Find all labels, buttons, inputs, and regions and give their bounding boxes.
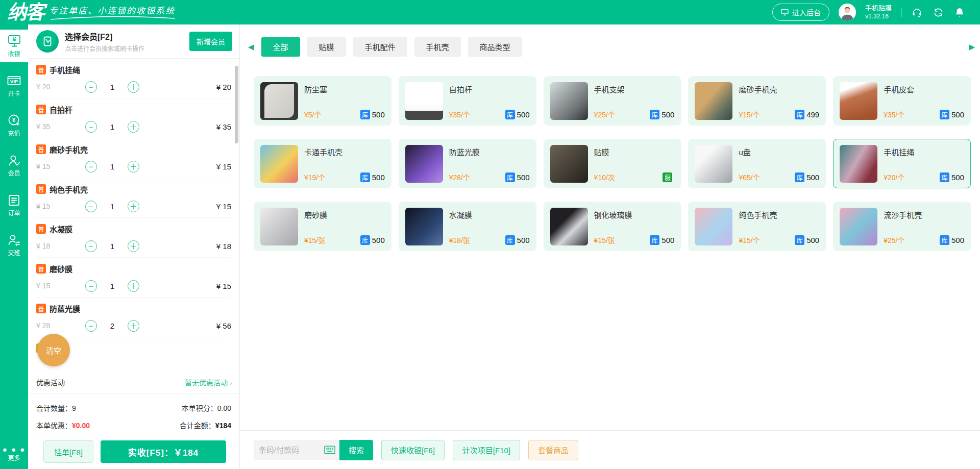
keyboard-icon[interactable] xyxy=(324,446,335,454)
sync-icon[interactable] xyxy=(932,6,944,18)
product-price: ¥15/个 xyxy=(739,235,760,245)
product-card[interactable]: 手机皮套 ¥35/个 库 500 xyxy=(833,76,971,126)
product-price: ¥18/张 xyxy=(449,235,470,245)
cart-item[interactable]: 普 自拍杆 ¥ 35 − 1 ＋ ¥ 35 xyxy=(36,98,231,138)
category-tab[interactable]: 手机配件 xyxy=(353,37,407,57)
item-name: 水凝膜 xyxy=(50,224,72,234)
item-quantity: 1 xyxy=(102,122,122,131)
sidebar-item-label: 开卡 xyxy=(8,89,20,97)
product-image xyxy=(840,82,877,120)
item-total-price: ¥ 15 xyxy=(216,162,231,171)
product-card[interactable]: 水凝膜 ¥18/张 库 500 xyxy=(399,202,536,251)
cart-item[interactable]: 普 磨砂膜 ¥ 15 − 1 ＋ ¥ 15 xyxy=(36,258,231,298)
product-card[interactable]: 纯色手机壳 ¥15/个 库 500 xyxy=(688,202,826,251)
combo-products-button[interactable]: 套餐商品 xyxy=(528,440,578,460)
order-summary: 合计数量：9 本单积分：0.00 本单优惠：¥0.00 合计金额：¥184 xyxy=(28,393,239,434)
cart-item[interactable]: 普 手机挂绳 ¥ 20 − 1 ＋ ¥ 20 xyxy=(36,59,231,98)
checkout-button[interactable]: 实收[F5]：￥184 xyxy=(101,440,226,463)
decrease-quantity-button[interactable]: − xyxy=(85,121,97,133)
sidebar-item-members[interactable]: 会员 xyxy=(0,149,28,182)
product-card[interactable]: 磨砂手机壳 ¥15/个 库 499 xyxy=(688,76,826,126)
clear-cart-button[interactable]: 清空 xyxy=(37,334,70,366)
decrease-quantity-button[interactable]: − xyxy=(85,81,97,93)
stock-count: 500 xyxy=(372,173,385,182)
cart-item[interactable]: 普 磨砂手机壳 ¥ 15 − 1 ＋ ¥ 15 xyxy=(36,138,231,178)
increase-quantity-button[interactable]: ＋ xyxy=(128,320,139,332)
barcode-input[interactable] xyxy=(259,446,324,454)
product-card[interactable]: 防尘塞 ¥5/个 库 500 xyxy=(254,76,391,126)
product-image xyxy=(695,82,732,120)
sidebar-item-recharge[interactable]: ¥ 充值 xyxy=(0,109,28,142)
add-member-button[interactable]: 新增会员 xyxy=(189,32,232,51)
decrease-quantity-button[interactable]: − xyxy=(85,161,97,172)
category-prev-icon[interactable]: ◀ xyxy=(248,43,254,51)
item-name: 纯色手机壳 xyxy=(50,184,88,194)
stock-badge: 服 xyxy=(663,172,672,182)
increase-quantity-button[interactable]: ＋ xyxy=(128,161,139,172)
product-image xyxy=(695,208,732,245)
product-card[interactable]: 流沙手机壳 ¥25/个 库 500 xyxy=(833,202,971,251)
product-card[interactable]: 手机支架 ¥25/个 库 500 xyxy=(544,76,681,126)
item-name: 手机挂绳 xyxy=(50,64,80,75)
decrease-quantity-button[interactable]: − xyxy=(85,280,97,292)
product-card[interactable]: 自拍杆 ¥35/个 库 500 xyxy=(399,76,536,126)
increase-quantity-button[interactable]: ＋ xyxy=(128,240,139,252)
stock-badge: 库 xyxy=(795,172,804,182)
sidebar-item-more[interactable]: ● ● ● 更多 xyxy=(0,442,28,469)
increase-quantity-button[interactable]: ＋ xyxy=(128,121,139,133)
cart-scrollbar[interactable] xyxy=(235,66,238,143)
category-tab[interactable]: 全部 xyxy=(261,37,300,57)
quick-checkout-button[interactable]: 快速收银[F6] xyxy=(381,440,445,460)
category-tab[interactable]: 手机壳 xyxy=(414,37,461,57)
product-price: ¥15/张 xyxy=(304,235,325,245)
user-avatar[interactable] xyxy=(839,4,856,21)
item-total-price: ¥ 56 xyxy=(216,322,231,330)
customer-service-icon[interactable] xyxy=(911,6,923,18)
cart-item[interactable]: 普 水凝膜 ¥ 18 − 1 ＋ ¥ 18 xyxy=(36,218,231,258)
product-price: ¥65/个 xyxy=(739,172,760,182)
product-card[interactable]: 磨砂膜 ¥15/张 库 500 xyxy=(254,202,391,251)
increase-quantity-button[interactable]: ＋ xyxy=(128,201,139,212)
product-card[interactable]: 贴膜 ¥10/次 服 xyxy=(544,139,681,188)
stock-count: 500 xyxy=(517,236,530,244)
product-image xyxy=(840,208,877,245)
recharge-icon: ¥ xyxy=(7,114,21,127)
search-button[interactable]: 搜索 xyxy=(339,440,373,460)
sidebar-item-orders[interactable]: 订单 xyxy=(0,189,28,221)
sidebar-item-open-card[interactable]: VIP 开卡 xyxy=(0,69,28,102)
category-tab[interactable]: 贴膜 xyxy=(307,37,346,57)
store-name: 手机贴膜 xyxy=(865,4,892,12)
product-card[interactable]: 卡通手机壳 ¥19/个 库 500 xyxy=(254,139,391,188)
cart-item[interactable]: 普 纯色手机壳 ¥ 15 − 1 ＋ ¥ 15 xyxy=(36,178,231,218)
product-card[interactable]: u盘 ¥65/个 库 500 xyxy=(688,139,826,188)
increase-quantity-button[interactable]: ＋ xyxy=(128,81,139,93)
member-select-header[interactable]: 选择会员[F2] 点击进行会员搜索或刷卡操作 新增会员 xyxy=(28,24,239,59)
product-card[interactable]: 钢化玻璃膜 ¥15/张 库 500 xyxy=(544,202,681,251)
hold-order-button[interactable]: 挂单[F8] xyxy=(43,440,93,463)
promo-row[interactable]: 优惠活动 暂无优惠活动 › xyxy=(28,372,239,393)
decrease-quantity-button[interactable]: − xyxy=(85,201,97,212)
product-name: 防蓝光膜 xyxy=(449,146,530,157)
order-discount: 本单优惠：¥0.00 xyxy=(36,420,134,430)
stock-badge: 库 xyxy=(650,110,659,119)
cart-item[interactable]: 普 防蓝光膜 ¥ 28 − 2 ＋ ¥ 56 xyxy=(36,298,231,337)
increase-quantity-button[interactable]: ＋ xyxy=(128,280,139,292)
sidebar-item-shift[interactable]: 交班 xyxy=(0,229,28,261)
member-icon xyxy=(7,154,21,167)
decrease-quantity-button[interactable]: − xyxy=(85,240,97,252)
count-items-button[interactable]: 计次项目[F10] xyxy=(453,440,520,460)
sidebar-item-label: 会员 xyxy=(8,168,20,177)
cart-list[interactable]: 普 手机挂绳 ¥ 20 − 1 ＋ ¥ 20 普 自拍杆 ¥ 35 − 1 ＋ … xyxy=(28,59,239,372)
category-next-icon[interactable]: ▶ xyxy=(969,43,975,51)
item-total-price: ¥ 20 xyxy=(216,83,231,91)
product-card[interactable]: 手机挂绳 ¥20/个 库 500 xyxy=(833,139,971,188)
bell-icon[interactable] xyxy=(953,6,966,18)
product-price: ¥15/个 xyxy=(739,109,760,119)
sidebar-item-cashier[interactable]: ¥ 收银 xyxy=(0,30,28,62)
category-tab[interactable]: 商品类型 xyxy=(468,37,522,57)
product-image xyxy=(260,145,298,183)
stock-badge: 库 xyxy=(360,110,370,119)
product-card[interactable]: 防蓝光膜 ¥28/个 库 500 xyxy=(399,139,536,188)
decrease-quantity-button[interactable]: − xyxy=(85,320,97,332)
enter-backoffice-button[interactable]: 进入后台 xyxy=(772,4,829,21)
